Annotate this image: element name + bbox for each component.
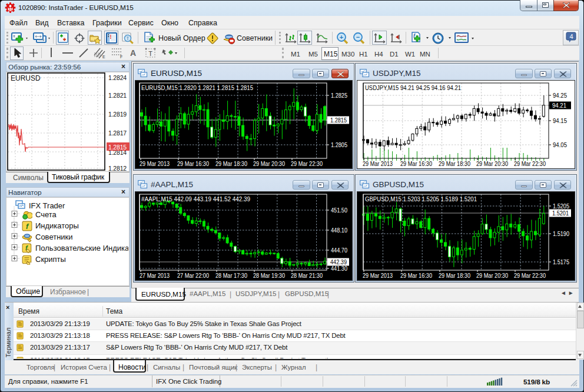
svg-text:1.5205: 1.5205 (553, 202, 569, 210)
svg-text:EURUSD: EURUSD (11, 74, 41, 82)
svg-text:441.30: 441.30 (331, 265, 347, 272)
svg-text:1.2805: 1.2805 (331, 141, 347, 148)
svg-text:1.5175: 1.5175 (553, 258, 569, 265)
svg-text:+: + (340, 34, 343, 41)
svg-text:94.21: 94.21 (552, 102, 566, 109)
svg-text:29 Mar 18:30: 29 Mar 18:30 (439, 272, 470, 279)
svg-text:29 Mar 20:30: 29 Mar 20:30 (476, 160, 508, 167)
svg-text:448.10: 448.10 (331, 227, 347, 234)
svg-text:GBPUSD,M15 1.5203 1.5205 1.51: GBPUSD,M15 1.5203 1.5205 1.5189 1.5201 (365, 195, 477, 202)
svg-text:F: F (120, 55, 122, 59)
svg-text:29 Mar 2013: 29 Mar 2013 (363, 160, 393, 167)
svg-text:USDJPY,M15 94.21 94.25 94.16: USDJPY,M15 94.21 94.25 94.16 94.21 (365, 84, 461, 91)
svg-text:94.15: 94.15 (553, 117, 567, 124)
svg-text:29 Mar 20:30: 29 Mar 20:30 (253, 160, 285, 167)
svg-text:29 Mar 18:30: 29 Mar 18:30 (439, 160, 470, 167)
svg-text:1.2825: 1.2825 (331, 92, 347, 99)
svg-text:28 Mar 19:30: 28 Mar 19:30 (253, 272, 285, 279)
svg-text:1.5201: 1.5201 (552, 210, 569, 217)
svg-text:28 Mar 17:30: 28 Mar 17:30 (215, 272, 247, 279)
svg-text:94.25: 94.25 (553, 92, 567, 99)
svg-text:442.39: 442.39 (330, 258, 347, 265)
svg-text:444.70: 444.70 (331, 247, 347, 254)
svg-text:−: − (356, 34, 360, 41)
svg-text:29 Mar 20:30: 29 Mar 20:30 (476, 272, 508, 279)
svg-text:29 Mar 16:30: 29 Mar 16:30 (400, 160, 432, 167)
svg-text:1.2815: 1.2815 (330, 117, 347, 124)
svg-text:T: T (148, 50, 152, 57)
svg-text:29 Mar 22:30: 29 Mar 22:30 (514, 160, 546, 167)
svg-text:29 Mar 16:30: 29 Mar 16:30 (177, 160, 209, 167)
svg-text:29 Mar 16:30: 29 Mar 16:30 (400, 272, 432, 279)
svg-text:29 Mar 2013: 29 Mar 2013 (363, 272, 393, 279)
svg-text:94.05: 94.05 (553, 141, 567, 148)
svg-text:29 Mar 18:30: 29 Mar 18:30 (215, 160, 247, 167)
svg-text:27 Mar 2013: 27 Mar 2013 (140, 272, 170, 279)
svg-text:#AAPL,M15 442.09 443.19 441.5: #AAPL,M15 442.09 443.19 441.52 442.39 (141, 195, 250, 202)
svg-text:451.50: 451.50 (331, 207, 347, 214)
svg-text:27 Mar 22:00: 27 Mar 22:00 (177, 272, 209, 279)
svg-text:EURUSD,M15 1.2820 1.2821 1.28: EURUSD,M15 1.2820 1.2821 1.2815 1.2815 (141, 84, 253, 91)
svg-text:29 Mar 22:30: 29 Mar 22:30 (291, 160, 323, 167)
svg-text:E: E (102, 55, 105, 59)
svg-text:4: 4 (569, 33, 573, 40)
svg-text:1.5190: 1.5190 (553, 230, 569, 237)
svg-text:28 Mar 21:30: 28 Mar 21:30 (291, 272, 323, 279)
svg-text:29 Mar 2013: 29 Mar 2013 (140, 160, 170, 167)
svg-text:29 Mar 22:30: 29 Mar 22:30 (514, 272, 546, 279)
